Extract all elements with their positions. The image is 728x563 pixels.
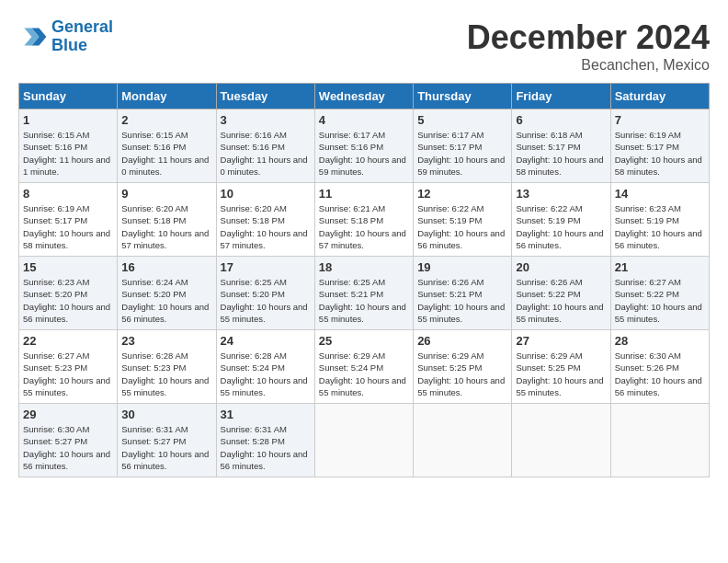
logo: General Blue: [18, 18, 113, 55]
day-number: 5: [417, 113, 507, 127]
calendar-cell: 18Sunrise: 6:25 AM Sunset: 5:21 PM Dayli…: [314, 257, 413, 330]
calendar-cell: 23Sunrise: 6:28 AM Sunset: 5:23 PM Dayli…: [118, 330, 216, 404]
day-info: Sunrise: 6:17 AM Sunset: 5:17 PM Dayligh…: [417, 129, 507, 178]
day-info: Sunrise: 6:29 AM Sunset: 5:25 PM Dayligh…: [516, 350, 606, 398]
day-number: 16: [121, 260, 211, 274]
day-info: Sunrise: 6:27 AM Sunset: 5:23 PM Dayligh…: [23, 350, 113, 398]
day-number: 30: [121, 408, 211, 421]
day-number: 23: [121, 334, 211, 348]
day-number: 17: [221, 260, 311, 274]
calendar-cell: [610, 404, 709, 477]
calendar-cell: 17Sunrise: 6:25 AM Sunset: 5:20 PM Dayli…: [216, 257, 314, 330]
calendar-cell: 21Sunrise: 6:27 AM Sunset: 5:22 PM Dayli…: [610, 257, 709, 330]
calendar-week-row: 15Sunrise: 6:23 AM Sunset: 5:20 PM Dayli…: [19, 257, 710, 330]
logo-line1: General: [51, 17, 113, 36]
calendar-cell: 24Sunrise: 6:28 AM Sunset: 5:24 PM Dayli…: [216, 330, 314, 404]
day-number: 3: [221, 113, 311, 127]
day-number: 31: [221, 408, 311, 421]
calendar-cell: 13Sunrise: 6:22 AM Sunset: 5:19 PM Dayli…: [512, 183, 610, 257]
calendar-table: SundayMondayTuesdayWednesdayThursdayFrid…: [18, 83, 710, 477]
calendar-week-row: 22Sunrise: 6:27 AM Sunset: 5:23 PM Dayli…: [19, 330, 710, 404]
day-info: Sunrise: 6:15 AM Sunset: 5:16 PM Dayligh…: [23, 129, 113, 178]
day-number: 2: [121, 113, 211, 127]
day-number: 26: [417, 334, 507, 348]
day-number: 22: [23, 334, 113, 348]
day-info: Sunrise: 6:31 AM Sunset: 5:28 PM Dayligh…: [221, 423, 311, 472]
day-info: Sunrise: 6:25 AM Sunset: 5:20 PM Dayligh…: [221, 276, 311, 325]
calendar-cell: 30Sunrise: 6:31 AM Sunset: 5:27 PM Dayli…: [118, 404, 216, 477]
header-friday: Friday: [512, 84, 610, 109]
day-number: 6: [516, 113, 606, 127]
header-saturday: Saturday: [610, 84, 709, 109]
calendar-cell: 4Sunrise: 6:17 AM Sunset: 5:16 PM Daylig…: [314, 109, 413, 183]
day-info: Sunrise: 6:26 AM Sunset: 5:22 PM Dayligh…: [516, 276, 606, 325]
header-sunday: Sunday: [19, 84, 118, 109]
calendar-cell: [314, 404, 413, 477]
calendar-cell: 19Sunrise: 6:26 AM Sunset: 5:21 PM Dayli…: [414, 257, 512, 330]
calendar-cell: 14Sunrise: 6:23 AM Sunset: 5:19 PM Dayli…: [610, 183, 709, 257]
day-number: 8: [23, 187, 113, 201]
day-number: 21: [615, 260, 705, 274]
day-info: Sunrise: 6:30 AM Sunset: 5:26 PM Dayligh…: [615, 350, 705, 398]
day-info: Sunrise: 6:31 AM Sunset: 5:27 PM Dayligh…: [121, 423, 211, 472]
day-number: 20: [516, 260, 606, 274]
page-header: General Blue December 2024 Becanchen, Me…: [18, 18, 710, 74]
day-info: Sunrise: 6:22 AM Sunset: 5:19 PM Dayligh…: [417, 202, 507, 251]
calendar-header-row: SundayMondayTuesdayWednesdayThursdayFrid…: [19, 84, 710, 109]
calendar-cell: 1Sunrise: 6:15 AM Sunset: 5:16 PM Daylig…: [19, 109, 118, 183]
day-info: Sunrise: 6:25 AM Sunset: 5:21 PM Dayligh…: [319, 276, 409, 325]
header-monday: Monday: [118, 84, 216, 109]
day-info: Sunrise: 6:20 AM Sunset: 5:18 PM Dayligh…: [121, 202, 211, 251]
day-info: Sunrise: 6:24 AM Sunset: 5:20 PM Dayligh…: [121, 276, 211, 325]
day-number: 13: [516, 187, 606, 201]
calendar-cell: 22Sunrise: 6:27 AM Sunset: 5:23 PM Dayli…: [19, 330, 118, 404]
calendar-cell: 20Sunrise: 6:26 AM Sunset: 5:22 PM Dayli…: [512, 257, 610, 330]
day-info: Sunrise: 6:19 AM Sunset: 5:17 PM Dayligh…: [23, 202, 113, 251]
day-number: 19: [417, 260, 507, 274]
day-info: Sunrise: 6:22 AM Sunset: 5:19 PM Dayligh…: [516, 202, 606, 251]
calendar-cell: 15Sunrise: 6:23 AM Sunset: 5:20 PM Dayli…: [19, 257, 118, 330]
calendar-cell: 29Sunrise: 6:30 AM Sunset: 5:27 PM Dayli…: [19, 404, 118, 477]
day-number: 4: [319, 113, 409, 127]
day-number: 24: [221, 334, 311, 348]
day-info: Sunrise: 6:26 AM Sunset: 5:21 PM Dayligh…: [417, 276, 507, 325]
month-title: December 2024: [467, 18, 710, 57]
calendar-cell: 27Sunrise: 6:29 AM Sunset: 5:25 PM Dayli…: [512, 330, 610, 404]
header-tuesday: Tuesday: [216, 84, 314, 109]
calendar-cell: [414, 404, 512, 477]
calendar-cell: 10Sunrise: 6:20 AM Sunset: 5:18 PM Dayli…: [216, 183, 314, 257]
day-number: 25: [319, 334, 409, 348]
calendar-cell: 6Sunrise: 6:18 AM Sunset: 5:17 PM Daylig…: [512, 109, 610, 183]
calendar-cell: 25Sunrise: 6:29 AM Sunset: 5:24 PM Dayli…: [314, 330, 413, 404]
logo-text: General Blue: [51, 18, 113, 55]
day-info: Sunrise: 6:27 AM Sunset: 5:22 PM Dayligh…: [615, 276, 705, 325]
day-number: 7: [615, 113, 705, 127]
day-info: Sunrise: 6:19 AM Sunset: 5:17 PM Dayligh…: [615, 129, 705, 178]
calendar-cell: 3Sunrise: 6:16 AM Sunset: 5:16 PM Daylig…: [216, 109, 314, 183]
calendar-cell: 8Sunrise: 6:19 AM Sunset: 5:17 PM Daylig…: [19, 183, 118, 257]
calendar-week-row: 29Sunrise: 6:30 AM Sunset: 5:27 PM Dayli…: [19, 404, 710, 477]
calendar-cell: 12Sunrise: 6:22 AM Sunset: 5:19 PM Dayli…: [414, 183, 512, 257]
day-info: Sunrise: 6:28 AM Sunset: 5:24 PM Dayligh…: [221, 350, 311, 398]
day-info: Sunrise: 6:23 AM Sunset: 5:20 PM Dayligh…: [23, 276, 113, 325]
day-info: Sunrise: 6:30 AM Sunset: 5:27 PM Dayligh…: [23, 423, 113, 472]
day-number: 9: [121, 187, 211, 201]
calendar-cell: 5Sunrise: 6:17 AM Sunset: 5:17 PM Daylig…: [414, 109, 512, 183]
calendar-week-row: 8Sunrise: 6:19 AM Sunset: 5:17 PM Daylig…: [19, 183, 710, 257]
calendar-cell: 16Sunrise: 6:24 AM Sunset: 5:20 PM Dayli…: [118, 257, 216, 330]
day-info: Sunrise: 6:16 AM Sunset: 5:16 PM Dayligh…: [221, 129, 311, 178]
day-number: 1: [23, 113, 113, 127]
day-number: 14: [615, 187, 705, 201]
calendar-cell: 11Sunrise: 6:21 AM Sunset: 5:18 PM Dayli…: [314, 183, 413, 257]
day-number: 28: [615, 334, 705, 348]
calendar-cell: 2Sunrise: 6:15 AM Sunset: 5:16 PM Daylig…: [118, 109, 216, 183]
day-info: Sunrise: 6:29 AM Sunset: 5:24 PM Dayligh…: [319, 350, 409, 398]
day-info: Sunrise: 6:28 AM Sunset: 5:23 PM Dayligh…: [121, 350, 211, 398]
day-info: Sunrise: 6:23 AM Sunset: 5:19 PM Dayligh…: [615, 202, 705, 251]
day-info: Sunrise: 6:15 AM Sunset: 5:16 PM Dayligh…: [121, 129, 211, 178]
header-wednesday: Wednesday: [314, 84, 413, 109]
calendar-week-row: 1Sunrise: 6:15 AM Sunset: 5:16 PM Daylig…: [19, 109, 710, 183]
location-title: Becanchen, Mexico: [467, 57, 710, 74]
day-number: 15: [23, 260, 113, 274]
calendar-cell: 7Sunrise: 6:19 AM Sunset: 5:17 PM Daylig…: [610, 109, 709, 183]
